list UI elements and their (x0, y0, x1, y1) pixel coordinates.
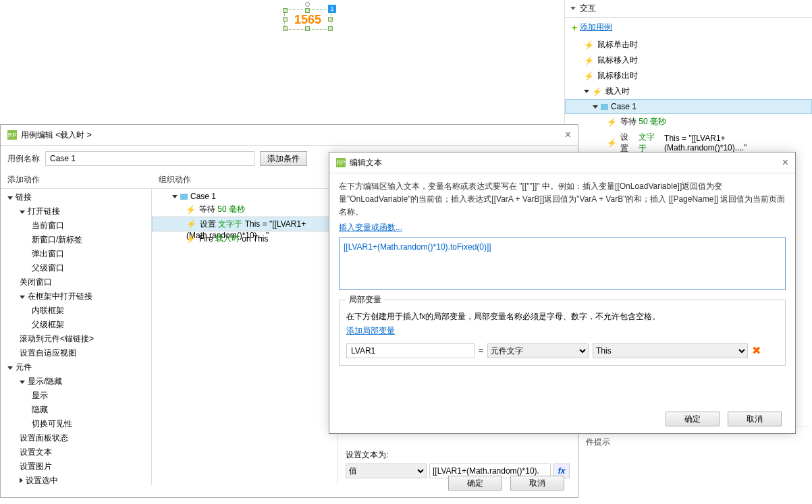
resize-handle-tl[interactable] (283, 8, 288, 13)
text-editor-dialog: RP 编辑文本 × 在下方编辑区输入文本，变量名称或表达式要写在 "[[""]]… (329, 152, 796, 434)
config-label: 设置文本为: (346, 449, 570, 461)
dialog-title: 用例编辑 <载入时 > (21, 130, 92, 141)
org-action-wait[interactable]: ⚡等待 50 毫秒 (152, 202, 337, 217)
app-icon: RP (7, 130, 17, 140)
tree-set-image[interactable]: 设置图片 (1, 459, 151, 474)
action-tree[interactable]: 链接 打开链接 当前窗口 新窗口/新标签 弹出窗口 父级窗口 关闭窗口 在框架中… (1, 189, 152, 485)
cancel-button[interactable]: 取消 (510, 476, 564, 491)
tree-new-win[interactable]: 新窗口/新标签 (1, 233, 151, 247)
case-label: Case 1 (611, 102, 637, 111)
ok-button[interactable]: 确定 (666, 412, 720, 426)
organize-actions-col: Case 1 ⚡等待 50 毫秒 ⚡设置 文字于 This = "[[LVAR1… (152, 189, 337, 485)
add-local-var-link[interactable]: 添加局部变量 (346, 325, 395, 337)
col-header-add-action: 添加动作 (1, 171, 152, 188)
rotate-handle[interactable] (305, 2, 310, 7)
tree-show-hide[interactable]: 显示/隐藏 (1, 374, 151, 389)
equals-label: = (479, 346, 483, 356)
tree-popup[interactable]: 弹出窗口 (1, 247, 151, 261)
ok-button[interactable]: 确定 (448, 476, 502, 491)
canvas-selected-widget[interactable]: 1 1565 (286, 11, 329, 28)
event-row-mouseleave[interactable]: ⚡鼠标移出时 (565, 68, 812, 84)
tree-cur-win[interactable]: 当前窗口 (1, 219, 151, 233)
bolt-icon: ⚡ (186, 205, 196, 215)
section-title: 交互 (580, 3, 596, 14)
hint-section-label: 件提示 (579, 434, 809, 451)
add-condition-button[interactable]: 添加条件 (260, 151, 307, 166)
tree-widgets[interactable]: 元件 (1, 360, 151, 374)
resize-handle-mr[interactable] (328, 17, 333, 22)
action-label: 等待 (620, 116, 637, 128)
insert-var-link[interactable]: 插入变量或函数... (329, 223, 412, 232)
add-case-row[interactable]: + 添加用例 (565, 18, 812, 37)
event-row-mouseenter[interactable]: ⚡鼠标移入时 (565, 53, 812, 68)
local-vars-fieldset: 局部变量 在下方创建用于插入fx的局部变量，局部变量名称必须是字母、数字，不允许… (339, 294, 786, 366)
event-label: 鼠标移出时 (597, 70, 638, 82)
tree-close-win[interactable]: 关闭窗口 (1, 275, 151, 289)
case-icon (601, 104, 608, 110)
triangle-down-icon (593, 105, 598, 109)
widget-index-badge: 1 (328, 5, 336, 13)
local-vars-desc: 在下方创建用于插入fx的局部变量，局部变量名称必须是字母、数字，不允许包含空格。 (346, 311, 778, 323)
bolt-icon: ⚡ (607, 117, 617, 127)
tree-set-text[interactable]: 设置文本 (1, 445, 151, 459)
cancel-button[interactable]: 取消 (728, 412, 782, 426)
tree-set-sel[interactable]: 设置选中 (1, 474, 151, 485)
plus-icon: + (572, 22, 577, 33)
tree-panel-state[interactable]: 设置面板状态 (1, 431, 151, 445)
case-name-input[interactable] (45, 151, 254, 166)
action-row-wait[interactable]: ⚡等待 50 毫秒 (565, 114, 812, 130)
bolt-icon: ⚡ (592, 87, 602, 96)
close-icon[interactable]: × (782, 157, 788, 169)
resize-handle-ml[interactable] (283, 17, 288, 22)
event-row-load[interactable]: ⚡载入时 (565, 84, 812, 99)
text-editor-titlebar[interactable]: RP 编辑文本 × (329, 152, 795, 173)
triangle-down-icon (20, 211, 25, 214)
var-type-select[interactable]: 元件文字 (487, 343, 589, 358)
resize-handle-bl[interactable] (283, 26, 288, 31)
tree-links[interactable]: 链接 (1, 190, 151, 204)
delete-var-icon[interactable]: ✖ (752, 344, 761, 357)
var-name-input[interactable] (346, 343, 475, 358)
expression-input[interactable]: [[LVAR1+(Math.random()*10).toFixed(0)]] (339, 237, 786, 290)
triangle-down-icon (7, 196, 13, 200)
event-label: 鼠标移入时 (597, 55, 638, 66)
org-action-settext[interactable]: ⚡设置 文字于 This = "[[LVAR1+(Math.random()*1… (152, 217, 337, 231)
close-icon[interactable]: × (565, 129, 571, 141)
bolt-icon: ⚡ (607, 138, 617, 148)
tree-parent-frame[interactable]: 父级框架 (1, 318, 151, 332)
event-label: 鼠标单击时 (597, 39, 638, 51)
var-target-select[interactable]: This (593, 343, 748, 358)
case-row[interactable]: Case 1 (565, 99, 812, 114)
tree-show[interactable]: 显示 (1, 389, 151, 403)
resize-handle-bm[interactable] (305, 26, 310, 31)
resize-handle-br[interactable] (328, 26, 333, 31)
case-icon (180, 194, 188, 200)
org-case-row[interactable]: Case 1 (152, 190, 337, 202)
tree-toggle-vis[interactable]: 切换可见性 (1, 417, 151, 431)
interactions-section-header[interactable]: 交互 (565, 0, 812, 18)
tree-open-frame[interactable]: 在框架中打开链接 (1, 289, 151, 304)
config-type-select[interactable]: 值 (346, 464, 427, 478)
triangle-right-icon (20, 478, 23, 483)
local-var-row: = 元件文字 This ✖ (346, 343, 778, 358)
action-label: 设置 (620, 132, 636, 155)
case-editor-titlebar[interactable]: RP 用例编辑 <载入时 > × (1, 125, 578, 146)
tree-scroll-anchor[interactable]: 滚动到元件<锚链接> (1, 332, 151, 346)
event-row-click[interactable]: ⚡鼠标单击时 (565, 37, 812, 53)
org-action-fire[interactable]: ⚡Fire 载入时 on This (152, 231, 337, 246)
action-text: 文字于 (639, 132, 662, 155)
tree-inline-frame[interactable]: 内联框架 (1, 304, 151, 318)
resize-handle-tm[interactable] (305, 8, 310, 13)
interactions-panel: 交互 + 添加用例 ⚡鼠标单击时 ⚡鼠标移入时 ⚡鼠标移出时 ⚡载入时 Case… (564, 0, 812, 172)
tree-adaptive[interactable]: 设置自适应视图 (1, 346, 151, 360)
triangle-down-icon (20, 381, 25, 384)
app-icon: RP (336, 158, 346, 167)
col-header-organize-action: 组织动作 (152, 171, 198, 188)
triangle-down-icon (7, 366, 13, 370)
event-label: 载入时 (605, 86, 630, 97)
add-case-link[interactable]: 添加用例 (580, 22, 612, 33)
tree-hide[interactable]: 隐藏 (1, 403, 151, 417)
chevron-down-icon (570, 7, 576, 10)
tree-open-link[interactable]: 打开链接 (1, 204, 151, 219)
tree-parent-win[interactable]: 父级窗口 (1, 261, 151, 275)
